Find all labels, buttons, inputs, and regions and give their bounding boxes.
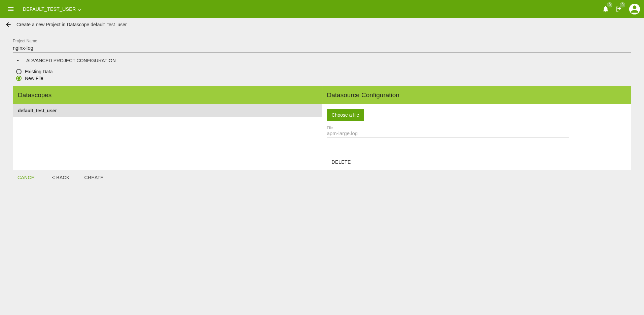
- radio-label-existing: Existing Data: [25, 69, 52, 74]
- advanced-config-toggle[interactable]: ADVANCED PROJECT CONFIGURATION: [13, 57, 631, 64]
- share-icon[interactable]: 0: [614, 5, 622, 13]
- data-source-radio-group: Existing Data New File: [16, 69, 631, 81]
- datascope-item[interactable]: default_test_user: [13, 104, 322, 117]
- menu-icon[interactable]: [7, 5, 15, 13]
- project-name-label: Project Name: [13, 39, 631, 43]
- create-button[interactable]: CREATE: [84, 175, 104, 180]
- user-label: DEFAULT_TEST_USER: [23, 6, 76, 12]
- config-panels: Datascopes default_test_user Datasource …: [13, 86, 631, 170]
- choose-file-button[interactable]: Choose a file: [327, 109, 364, 121]
- app-header: DEFAULT_TEST_USER 0 0: [0, 0, 644, 18]
- project-name-input[interactable]: [13, 44, 631, 53]
- cancel-button[interactable]: CANCEL: [17, 175, 37, 180]
- datascopes-panel: Datascopes default_test_user: [13, 86, 322, 170]
- radio-new-file[interactable]: New File: [16, 76, 631, 81]
- page-title: Create a new Project in Datascope defaul…: [16, 22, 127, 27]
- file-field-value: apm-large.log: [327, 130, 569, 136]
- content-area: Project Name ADVANCED PROJECT CONFIGURAT…: [0, 31, 644, 187]
- radio-existing-data[interactable]: Existing Data: [16, 69, 631, 74]
- avatar-icon[interactable]: [629, 4, 640, 14]
- datascopes-list: default_test_user: [13, 104, 322, 161]
- chevron-down-icon: [15, 57, 21, 64]
- share-badge: 0: [620, 2, 625, 7]
- radio-label-new: New File: [25, 76, 43, 81]
- datasource-config-panel: Datasource Configuration Choose a file F…: [322, 86, 631, 170]
- datasource-config-body: Choose a file File apm-large.log DELETE: [322, 104, 631, 170]
- back-arrow-icon[interactable]: [4, 21, 12, 29]
- advanced-config-label: ADVANCED PROJECT CONFIGURATION: [26, 58, 116, 63]
- notification-badge: 0: [607, 2, 612, 7]
- delete-row: DELETE: [322, 154, 631, 170]
- datascopes-header: Datascopes: [13, 86, 322, 104]
- user-dropdown[interactable]: DEFAULT_TEST_USER: [23, 6, 81, 12]
- file-field-label: File: [327, 126, 569, 130]
- back-button[interactable]: < BACK: [52, 175, 70, 180]
- footer-buttons: CANCEL < BACK CREATE: [17, 175, 631, 180]
- delete-button[interactable]: DELETE: [332, 159, 351, 165]
- radio-icon: [16, 76, 22, 81]
- datasource-config-header: Datasource Configuration: [322, 86, 631, 104]
- header-actions: 0 0: [602, 4, 640, 14]
- chevron-down-icon: [78, 7, 81, 11]
- project-name-field: Project Name: [13, 39, 631, 53]
- file-field: File apm-large.log: [327, 126, 569, 138]
- sub-header: Create a new Project in Datascope defaul…: [0, 18, 644, 31]
- radio-icon: [16, 69, 22, 74]
- bell-icon[interactable]: 0: [602, 5, 610, 13]
